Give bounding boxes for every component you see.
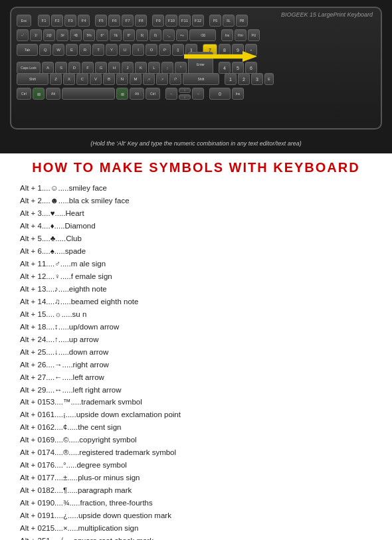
kb-key-k[interactable]: K xyxy=(135,62,147,74)
kb-key-period[interactable]: .> xyxy=(156,73,168,85)
main-title: HOW TO MAKE SYMBOLS WITH KEYBOARD xyxy=(0,160,392,175)
kb-key-minus[interactable]: -_ xyxy=(163,29,175,41)
kb-key-alt-l[interactable]: Alt xyxy=(46,88,60,100)
kb-key-a[interactable]: A xyxy=(42,62,54,74)
kb-key-e[interactable]: E xyxy=(66,44,78,56)
kb-key-tab[interactable]: Tab xyxy=(17,44,38,56)
kb-key-3[interactable]: 3# xyxy=(56,29,68,41)
kb-key-1-numpad[interactable]: 1 xyxy=(225,73,237,85)
kb-key-2[interactable]: 2@ xyxy=(43,29,55,41)
kb-key-esc[interactable]: Esc xyxy=(17,15,31,27)
kb-key-semicolon[interactable]: ;: xyxy=(161,62,173,74)
kb-key-tilde[interactable]: ~` xyxy=(17,29,29,41)
kb-key-f3[interactable]: F3 xyxy=(64,15,76,27)
kb-key-f6[interactable]: F6 xyxy=(108,15,120,27)
kb-key-f7[interactable]: F7 xyxy=(122,15,134,27)
kb-key-l[interactable]: L xyxy=(148,62,160,74)
kb-key-g[interactable]: G xyxy=(95,62,107,74)
list-item: Alt + 11....♂.....m ale sign xyxy=(20,258,372,270)
kb-key-f2[interactable]: F2 xyxy=(51,15,63,27)
kb-arrow-right[interactable]: → xyxy=(192,88,204,100)
kb-key-backspace[interactable]: ⌫ xyxy=(189,29,216,41)
kb-key-bracket-l[interactable]: [{ xyxy=(172,44,184,56)
kb-key-0[interactable]: 0) xyxy=(149,29,161,41)
kb-key-slash[interactable]: /? xyxy=(169,73,181,85)
kb-key-h[interactable]: H xyxy=(108,62,120,74)
kb-key-b[interactable]: B xyxy=(103,73,115,85)
list-item: Alt + 24....↑.....up arrow xyxy=(20,333,372,346)
kb-key-sl[interactable]: SL xyxy=(223,15,235,27)
kb-key-2-numpad[interactable]: 2 xyxy=(238,73,250,85)
kb-key-s[interactable]: S xyxy=(55,62,67,74)
kb-key-hm[interactable]: Hm xyxy=(235,29,246,41)
kb-key-alt-r[interactable]: Alt xyxy=(130,88,144,100)
kb-arrow-left[interactable]: ← xyxy=(165,88,177,100)
kb-key-ins[interactable]: Ins xyxy=(221,29,233,41)
kb-key-f[interactable]: F xyxy=(82,62,94,74)
kb-key-w[interactable]: W xyxy=(52,44,64,56)
kb-key-q[interactable]: Q xyxy=(39,44,51,56)
list-item: Alt + 6....♠.....spade xyxy=(20,245,372,258)
title-section: HOW TO MAKE SYMBOLS WITH KEYBOARD xyxy=(0,153,392,179)
kb-key-pb[interactable]: PB xyxy=(236,15,248,27)
kb-arrow-up[interactable]: ↑ xyxy=(179,88,191,93)
kb-key-win-r[interactable]: ⊞ xyxy=(116,88,128,100)
arrow-overlay xyxy=(184,51,264,64)
kb-key-numpad-enter[interactable]: E xyxy=(264,73,274,85)
kb-key-n[interactable]: N xyxy=(116,73,128,85)
list-item: Alt + 26....→.....right arrow xyxy=(20,359,372,371)
caption-bar: (Hold the 'Alt' Key and type the numeric… xyxy=(0,133,392,153)
list-item: Alt + 14....♫.....beamed eighth note xyxy=(20,296,372,308)
kb-key-f8[interactable]: F8 xyxy=(135,15,147,27)
kb-key-9[interactable]: 9( xyxy=(136,29,148,41)
kb-key-i[interactable]: I xyxy=(132,44,144,56)
kb-key-z[interactable]: Z xyxy=(50,73,62,85)
kb-key-u[interactable]: U xyxy=(119,44,131,56)
kb-key-7[interactable]: 7& xyxy=(110,29,122,41)
kb-arrow-down[interactable]: ↓ xyxy=(179,94,191,100)
kb-key-pu[interactable]: PU xyxy=(248,29,260,41)
kb-key-d[interactable]: D xyxy=(68,62,80,74)
kb-key-8[interactable]: 8* xyxy=(123,29,135,41)
yellow-arrow xyxy=(184,51,257,62)
kb-key-ctrl-l[interactable]: Ctrl xyxy=(17,88,31,100)
kb-key-f9[interactable]: F9 xyxy=(152,15,164,27)
kb-key-3-numpad[interactable]: 3 xyxy=(251,73,263,85)
kb-key-p[interactable]: P xyxy=(159,44,171,56)
list-item: Alt + 0191....¿.....upside down question… xyxy=(20,509,372,522)
kb-key-win-l[interactable]: ⊞ xyxy=(33,88,45,100)
kb-key-ctrl-r[interactable]: Ctrl xyxy=(146,88,160,100)
kb-key-x[interactable]: X xyxy=(63,73,75,85)
kb-key-f10[interactable]: F10 xyxy=(165,15,177,27)
kb-key-comma[interactable]: ,< xyxy=(143,73,155,85)
kb-key-plus[interactable]: =+ xyxy=(176,29,188,41)
kb-key-shift-l[interactable]: Shift xyxy=(17,73,49,85)
kb-key-f11[interactable]: F11 xyxy=(179,15,191,27)
kb-key-1[interactable]: 1! xyxy=(30,29,42,41)
kb-key-j[interactable]: J xyxy=(122,62,134,74)
kb-key-shift-r[interactable]: Shift xyxy=(183,73,219,85)
list-item: Alt + 0161....¡.....upside down exclamat… xyxy=(20,408,372,421)
kb-key-6[interactable]: 6^ xyxy=(96,29,108,41)
kb-key-f1[interactable]: F1 xyxy=(38,15,50,27)
kb-key-caps[interactable]: Caps Lock xyxy=(17,62,41,74)
kb-key-y[interactable]: Y xyxy=(106,44,118,56)
kb-key-c[interactable]: C xyxy=(76,73,88,85)
kb-key-m[interactable]: M xyxy=(130,73,142,85)
list-item: Alt + 5....♣.....Club xyxy=(20,232,372,245)
kb-key-ins-numpad[interactable]: Ins xyxy=(232,88,244,100)
kb-key-ps[interactable]: PS xyxy=(209,15,221,27)
kb-key-f12[interactable]: F12 xyxy=(192,15,204,27)
list-item: Alt + 13....♪.....eighth note xyxy=(20,283,372,296)
kb-key-o[interactable]: O xyxy=(146,44,157,56)
kb-key-f4[interactable]: F4 xyxy=(78,15,90,27)
kb-key-0-numpad[interactable]: 0 xyxy=(209,88,231,100)
kb-key-t[interactable]: T xyxy=(92,44,104,56)
kb-key-5[interactable]: 5% xyxy=(83,29,95,41)
kb-key-space[interactable] xyxy=(62,88,115,100)
kb-key-r[interactable]: R xyxy=(79,44,91,56)
kb-key-v[interactable]: V xyxy=(90,73,102,85)
kb-key-f5[interactable]: F5 xyxy=(95,15,107,27)
list-item: Alt + 29....↔.....left right arrow xyxy=(20,384,372,397)
kb-key-4[interactable]: 4$ xyxy=(70,29,82,41)
